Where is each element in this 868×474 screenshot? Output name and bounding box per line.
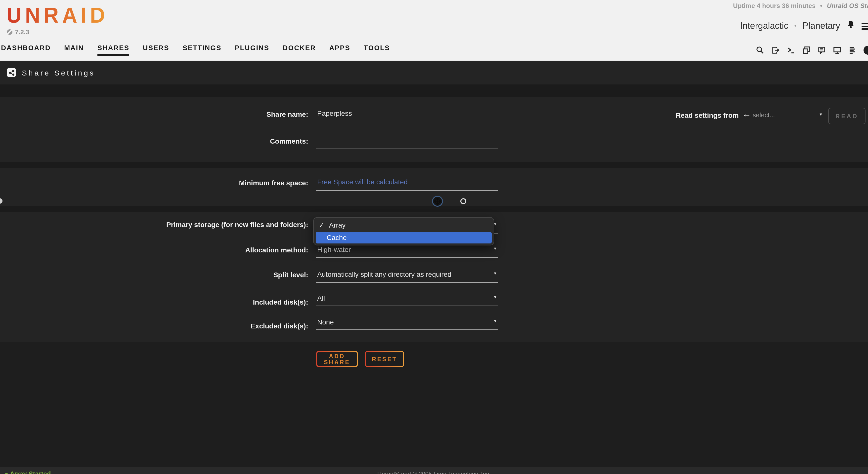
os-edition-text: Unraid OS Start [827,2,868,9]
included-disks-label: Included disk(s): [0,298,308,306]
nav-shares[interactable]: SHARES [97,44,129,56]
circle-cursor-icon [460,198,466,204]
uptime-text: Uptime 4 hours 36 minutes [733,2,815,9]
primary-storage-dropdown: ✓ Array Cache [313,217,494,245]
check-icon: ✓ [319,221,324,229]
read-settings-select-value: select... [753,111,775,119]
nav-settings[interactable]: SETTINGS [183,44,221,54]
section-name-comments [0,97,868,162]
page-title: Share Settings [22,68,95,77]
add-share-button[interactable]: ADD SHARE [316,351,358,367]
allocation-label: Allocation method: [0,246,308,254]
search-icon[interactable] [756,46,765,55]
read-settings-label: Read settings from [641,111,739,119]
page-title-bar: Share Settings [0,61,868,84]
section-divider [0,162,868,168]
chevron-down-icon: ▼ [493,271,497,276]
version-badge: 7.2.3 [7,28,29,36]
unraid-logo[interactable]: UNRAID [6,3,108,28]
nav-apps[interactable]: APPS [329,44,350,54]
avatar-partial[interactable] [864,46,868,55]
excluded-disks-value: None [316,318,334,326]
server-name[interactable]: Intergalactic [740,21,788,31]
reset-button[interactable]: RESET [365,351,404,367]
excluded-disks-label: Excluded disk(s): [0,322,308,330]
nav-tools[interactable]: TOOLS [364,44,390,54]
chevron-down-icon: ▼ [819,112,823,117]
nav-main[interactable]: MAIN [64,44,84,54]
allocation-select[interactable]: High-water ▼ [316,245,498,258]
logout-icon[interactable] [771,46,780,55]
included-disks-value: All [316,294,325,302]
nav-users[interactable]: USERS [143,44,169,54]
option-array-label: Array [329,221,345,229]
split-level-value: Automatically split any directory as req… [316,270,452,278]
header: UNRAID 7.2.3 Uptime 4 hours 36 minutes •… [0,0,868,61]
primary-storage-label: Primary storage (for new files and folde… [0,221,308,229]
separator-dot: • [820,2,822,9]
chevron-down-icon: ▼ [493,319,497,324]
chevron-down-icon: ▼ [493,295,497,300]
toolbar-icons [756,46,868,55]
excluded-disks-select[interactable]: None ▼ [316,317,498,330]
nav-docker[interactable]: DOCKER [283,44,316,54]
section-divider [0,84,868,97]
option-array[interactable]: ✓ Array [319,221,345,229]
feedback-icon[interactable] [817,46,826,55]
array-status[interactable]: ● Array Started [4,470,51,474]
left-arrow-icon: ← [742,109,751,119]
included-disks-select[interactable]: All ▼ [316,294,498,306]
split-level-select[interactable]: Automatically split any directory as req… [316,270,498,283]
unraid-webgui: UNRAID 7.2.3 Uptime 4 hours 36 minutes •… [0,0,868,474]
server-description: Planetary [802,21,840,31]
log-icon[interactable] [848,46,857,55]
nav-dashboard[interactable]: DASHBOARD [1,44,51,54]
main-nav: DASHBOARD MAIN SHARES USERS SETTINGS PLU… [1,44,390,56]
share-name-input[interactable] [316,109,498,122]
version-number: 7.2.3 [15,28,29,36]
min-free-input[interactable] [316,178,498,191]
chevron-down-icon: ▼ [493,246,497,251]
split-level-label: Split level: [0,271,308,279]
server-identity: Intergalactic • Planetary [740,20,868,32]
min-free-label: Minimum free space: [0,179,308,187]
allocation-value: High-water [316,245,351,253]
share-settings-icon[interactable] [7,68,16,77]
read-settings-select[interactable]: select... ▼ [753,110,824,123]
comments-label: Comments: [0,137,308,145]
menu-hamburger-icon[interactable] [862,22,868,30]
terminal-icon[interactable] [786,46,796,55]
comments-input[interactable] [316,136,498,149]
copy-icon[interactable] [802,46,811,55]
move-cursor-icon [432,196,443,207]
version-icon [7,29,12,35]
nav-plugins[interactable]: PLUGINS [235,44,269,54]
share-name-label: Share name: [0,110,308,118]
notifications-bell-icon[interactable] [846,20,856,32]
uptime-bar: Uptime 4 hours 36 minutes • Unraid OS St… [733,2,868,9]
read-button[interactable]: READ [828,108,866,124]
section-divider [0,206,868,212]
copyright-text: Unraid® and © 2005 Lime Technology, Inc. [377,471,491,474]
monitor-icon[interactable] [833,46,842,55]
separator-dot: • [795,22,797,29]
option-cache[interactable]: Cache [316,232,492,243]
